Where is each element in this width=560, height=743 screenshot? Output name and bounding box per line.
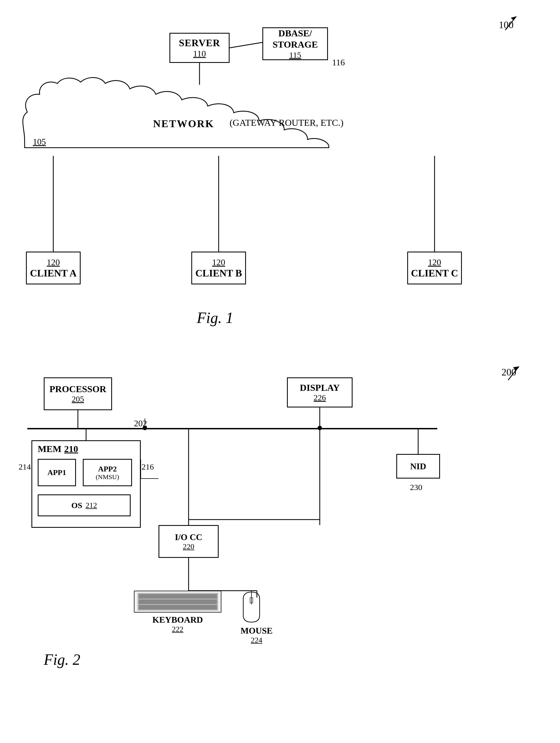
app1-box: APP1	[38, 459, 76, 486]
mem-num: 210	[64, 444, 78, 454]
client-b-label: CLIENT B	[195, 267, 242, 279]
keyboard-num: 222	[134, 625, 221, 633]
app2-box: APP2 (NMSU)	[83, 459, 132, 486]
svg-line-7	[508, 366, 519, 380]
client-b-num: 120	[212, 257, 225, 267]
processor-box: PROCESSOR 205	[44, 378, 112, 410]
dbase-num: 115	[289, 50, 301, 59]
display-label: DISPLAY	[300, 383, 340, 393]
iocc-label: I/O CC	[175, 532, 202, 542]
bus-line	[27, 428, 437, 429]
ref-202: 202	[134, 419, 147, 429]
keyboard-visual	[134, 591, 221, 613]
mem-box: MEM 210 APP1 APP2 (NMSU) OS 212	[32, 440, 141, 528]
svg-line-3	[230, 42, 262, 48]
network-label: NETWORK	[153, 118, 214, 130]
page: { "fig1": { "ref_100": "100", "server": …	[0, 0, 560, 743]
keyboard-keys	[137, 593, 218, 611]
client-a-label: CLIENT A	[30, 267, 77, 279]
app2-sub: (NMSU)	[96, 473, 119, 481]
ref-200-arrow	[503, 362, 524, 384]
network-cloud	[16, 74, 495, 156]
server-box: SERVER 110	[170, 33, 230, 63]
client-a-box: 120 CLIENT A	[26, 252, 81, 285]
fig1-label: Fig. 1	[197, 309, 233, 326]
fig2-connections	[0, 361, 560, 738]
mouse-label: MOUSE	[240, 626, 273, 636]
processor-num: 205	[72, 394, 84, 404]
client-c-num: 120	[428, 257, 441, 267]
iocc-box: I/O CC 220	[158, 525, 219, 558]
ref-100-arrow	[500, 14, 522, 36]
fig2-diagram: 200 PROCESSOR 205 DISPLAY 226 202 MEM 21…	[0, 361, 560, 738]
fig1-connections	[0, 11, 560, 361]
os-num: 212	[86, 501, 97, 510]
fig2-label: Fig. 2	[44, 651, 80, 668]
client-c-box: 120 CLIENT C	[407, 252, 462, 285]
server-num: 110	[193, 49, 206, 59]
ref-216: 216	[142, 462, 154, 472]
mouse-container: MOUSE 224	[240, 591, 273, 645]
ref-214: 214	[18, 462, 31, 472]
os-box: OS 212	[38, 494, 131, 516]
mouse-visual	[240, 591, 262, 623]
display-num: 226	[314, 393, 326, 402]
mouse-num: 224	[240, 636, 273, 645]
client-c-label: CLIENT C	[411, 267, 458, 279]
app2-label: APP2	[98, 465, 117, 473]
nid-box: NID	[396, 454, 440, 479]
fig1-diagram: 100 SERVER 110 DBASE/ STORAGE 115 116	[0, 11, 560, 366]
keyboard-label: KEYBOARD	[134, 615, 221, 625]
ref-116: 116	[332, 57, 345, 68]
dbase-label: DBASE/ STORAGE	[273, 28, 318, 50]
client-b-box: 120 CLIENT B	[191, 252, 246, 285]
gateway-label: (GATEWAY ROUTER, ETC.)	[230, 118, 343, 128]
keyboard-container: KEYBOARD 222	[134, 591, 221, 633]
mem-label-row: MEM 210	[38, 444, 78, 454]
iocc-num: 220	[183, 542, 194, 551]
network-ref: 105	[33, 137, 46, 147]
processor-label: PROCESSOR	[49, 384, 106, 394]
svg-marker-1	[511, 16, 516, 20]
server-label: SERVER	[179, 37, 220, 49]
display-box: DISPLAY 226	[287, 378, 353, 407]
dbase-box: DBASE/ STORAGE 115	[262, 27, 328, 60]
client-a-num: 120	[47, 257, 60, 267]
os-label: OS	[71, 501, 82, 510]
mem-label: MEM	[38, 444, 61, 454]
ref-230: 230	[410, 483, 422, 492]
